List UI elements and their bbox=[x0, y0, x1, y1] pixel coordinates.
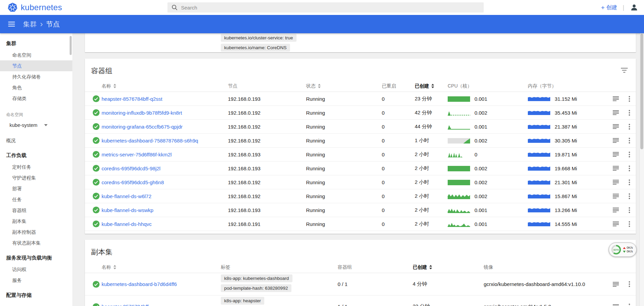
replicaset-name-link[interactable]: heapster-8576784bff bbox=[102, 304, 221, 306]
pod-memory: 19.871 Mi bbox=[528, 152, 612, 157]
sidebar-item-persistent-volumes[interactable]: 持久化存储卷 bbox=[0, 71, 72, 82]
sidebar-item-deployments[interactable]: 部署 bbox=[0, 183, 72, 194]
logs-icon[interactable] bbox=[613, 282, 619, 287]
cpu-sparkline bbox=[448, 137, 470, 144]
kebab-menu-icon[interactable] bbox=[628, 165, 630, 172]
search-input[interactable] bbox=[181, 5, 484, 11]
filter-icon[interactable] bbox=[620, 66, 629, 75]
pod-status: Running bbox=[306, 207, 382, 213]
rs-col-name[interactable]: 名称 bbox=[102, 264, 221, 270]
pods-col-created[interactable]: 已创建 bbox=[415, 83, 448, 89]
kebab-menu-icon[interactable] bbox=[628, 193, 630, 199]
kebab-menu-icon[interactable] bbox=[628, 221, 630, 227]
kebab-menu-icon[interactable] bbox=[628, 110, 630, 116]
sidebar-item-stateful-sets[interactable]: 有状态副本集 bbox=[0, 237, 72, 248]
sidebar-item-pods[interactable]: 容器组 bbox=[0, 205, 72, 216]
logs-icon[interactable] bbox=[613, 166, 619, 171]
breadcrumb-cluster[interactable]: 集群 bbox=[23, 20, 37, 29]
create-button[interactable]: + 创建 bbox=[601, 4, 617, 11]
namespace-label: 命名空间 bbox=[0, 112, 72, 119]
logs-icon[interactable] bbox=[613, 180, 619, 185]
pod-cpu: 0.001 bbox=[448, 123, 528, 130]
sidebar-section-discovery: 服务发现与负载均衡 bbox=[0, 252, 72, 264]
pod-name-link[interactable]: kube-flannel-ds-w6l72 bbox=[102, 193, 228, 199]
pods-col-status[interactable]: 状态 bbox=[306, 83, 382, 89]
sidebar-item-replication-controllers[interactable]: 副本控制器 bbox=[0, 227, 72, 237]
replicaset-labels: k8s-app: kubernetes-dashboard pod-templa… bbox=[221, 274, 338, 294]
logs-icon[interactable] bbox=[613, 96, 619, 101]
pod-name-link[interactable]: monitoring-grafana-65ccfb675-qpjdr bbox=[102, 124, 228, 130]
logs-icon[interactable] bbox=[613, 138, 619, 143]
pod-row: kube-flannel-ds-wswkp 192.168.0.193 Runn… bbox=[85, 203, 636, 217]
pod-memory: 15.867 Mi bbox=[528, 193, 612, 199]
pods-col-name[interactable]: 名称 bbox=[102, 83, 228, 89]
sidebar-item-daemon-sets[interactable]: 守护进程集 bbox=[0, 172, 72, 183]
pod-cpu: 0.002 bbox=[448, 165, 528, 171]
kubernetes-logo[interactable]: kubernetes bbox=[7, 2, 62, 13]
pod-name-link[interactable]: coredns-695f96dcd5-98j2l bbox=[102, 166, 228, 171]
pod-name-link[interactable]: kube-flannel-ds-wswkp bbox=[102, 207, 228, 213]
sidebar-item-namespaces[interactable]: 命名空间 bbox=[0, 50, 72, 60]
sidebar-item-storage-classes[interactable]: 存储类 bbox=[0, 93, 72, 104]
network-monitor-overlay[interactable]: 60% 0K/s 0K/s bbox=[609, 243, 637, 257]
pods-col-memory: 内存（字节） bbox=[528, 83, 612, 89]
sort-icon bbox=[113, 265, 117, 269]
pod-created: 2 小时 bbox=[415, 179, 448, 186]
global-search[interactable] bbox=[167, 2, 484, 13]
namespace-select[interactable]: kube-system bbox=[0, 119, 72, 131]
pod-created: 23 分钟 bbox=[415, 96, 448, 102]
logs-icon[interactable] bbox=[613, 194, 619, 198]
user-account-icon[interactable] bbox=[630, 3, 639, 12]
pod-name-link[interactable]: coredns-695f96dcd5-gh6n8 bbox=[102, 179, 228, 185]
kebab-menu-icon[interactable] bbox=[628, 96, 630, 102]
pod-name-link[interactable]: kube-flannel-ds-hhqvc bbox=[102, 221, 228, 227]
logs-icon[interactable] bbox=[613, 152, 619, 157]
menu-icon[interactable] bbox=[5, 17, 18, 31]
kebab-menu-icon[interactable] bbox=[628, 137, 630, 144]
status-ok-icon bbox=[92, 137, 100, 144]
kebab-menu-icon[interactable] bbox=[628, 151, 630, 158]
kebab-menu-icon[interactable] bbox=[628, 281, 630, 287]
pod-name-link[interactable]: monitoring-influxdb-9b78f5fd9-kn8rt bbox=[102, 110, 228, 116]
sidebar-item-ingresses[interactable]: 访问权 bbox=[0, 264, 72, 275]
pod-row: monitoring-influxdb-9b78f5fd9-kn8rt 192.… bbox=[85, 106, 636, 120]
pod-cpu: 0.002 bbox=[448, 110, 528, 116]
label-chip-cluster-service: kubernetes.io/cluster-service: true bbox=[221, 34, 297, 42]
kebab-menu-icon[interactable] bbox=[628, 179, 630, 186]
sidebar-item-overview[interactable]: 概况 bbox=[0, 135, 72, 146]
logs-icon[interactable] bbox=[613, 124, 619, 129]
kebab-menu-icon[interactable] bbox=[628, 303, 630, 306]
pod-created: 2 小时 bbox=[415, 207, 448, 213]
pod-cpu: 0.002 bbox=[448, 137, 528, 144]
replicaset-created: 4 分钟 bbox=[413, 281, 484, 287]
sidebar-item-replica-sets[interactable]: 副本集 bbox=[0, 216, 72, 227]
sidebar-item-jobs[interactable]: 任务 bbox=[0, 194, 72, 205]
logs-icon[interactable] bbox=[613, 304, 619, 306]
logs-icon[interactable] bbox=[613, 222, 619, 226]
sidebar-item-cron-jobs[interactable]: 定时任务 bbox=[0, 161, 72, 172]
sidebar-scrollbar-thumb[interactable] bbox=[70, 36, 72, 55]
pod-name-link[interactable]: kubernetes-dashboard-7588787688-s6h9q bbox=[102, 138, 228, 144]
sidebar-item-roles[interactable]: 角色 bbox=[0, 82, 72, 93]
pod-name-link[interactable]: heapster-8576784bff-q2sst bbox=[102, 96, 228, 102]
logs-icon[interactable] bbox=[613, 110, 619, 115]
replicaset-name-link[interactable]: kubernetes-dashboard-b7d6d4ff6 bbox=[102, 281, 221, 287]
memory-bar bbox=[528, 166, 550, 171]
pod-node: 192.168.0.192 bbox=[228, 179, 306, 185]
logs-icon[interactable] bbox=[613, 208, 619, 212]
sidebar-item-nodes[interactable]: 节点 bbox=[0, 60, 72, 71]
sort-icon bbox=[318, 84, 321, 88]
nav-bar: 集群 › 节点 bbox=[0, 15, 644, 33]
pod-status: Running bbox=[306, 193, 382, 199]
kebab-menu-icon[interactable] bbox=[628, 123, 630, 130]
rs-col-created[interactable]: 已创建 bbox=[413, 264, 484, 270]
page-scrollbar-thumb[interactable] bbox=[640, 34, 643, 149]
pod-memory: 19.668 Mi bbox=[528, 166, 612, 171]
label-chip: pod-template-hash: 638280992 bbox=[221, 284, 291, 292]
pod-restarts: 0 bbox=[382, 124, 415, 130]
pod-created: 44 分钟 bbox=[415, 123, 448, 130]
sidebar-item-services[interactable]: 服务 bbox=[0, 275, 72, 286]
label-chip-name-coredns: kubernetes.io/name: CoreDNS bbox=[221, 44, 290, 52]
kebab-menu-icon[interactable] bbox=[628, 207, 630, 213]
pod-name-link[interactable]: metrics-server-75d6ff86f-kkm2l bbox=[102, 152, 228, 157]
